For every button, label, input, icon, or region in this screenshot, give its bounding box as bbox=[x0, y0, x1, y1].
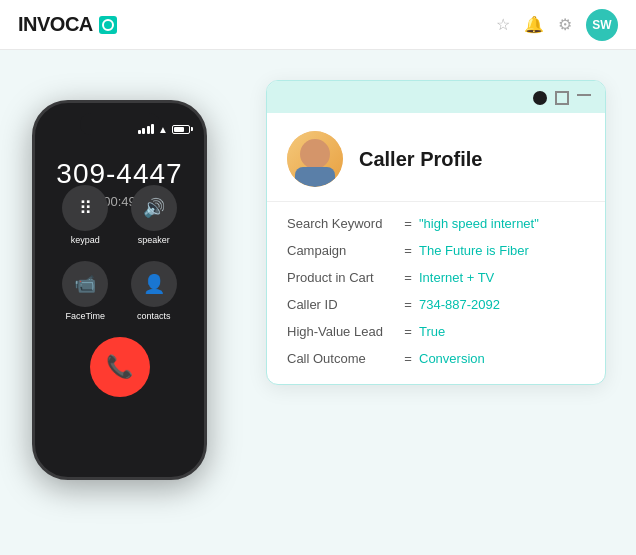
data-value: True bbox=[419, 324, 445, 339]
bell-icon[interactable]: 🔔 bbox=[524, 15, 544, 34]
data-label: Product in Cart bbox=[287, 270, 397, 285]
invoca-logo: INVOCA bbox=[18, 13, 117, 36]
phone-buttons-top: ⠿ keypad 🔊 speaker bbox=[51, 185, 188, 245]
contacts-btn-circle: 👤 bbox=[131, 261, 177, 307]
battery-fill bbox=[174, 127, 184, 132]
table-row: Caller ID=734-887-2092 bbox=[287, 297, 585, 312]
logo-text: INVOCA bbox=[18, 13, 93, 36]
equals-sign: = bbox=[397, 270, 419, 285]
avatar bbox=[287, 131, 343, 187]
window-maximize-btn[interactable] bbox=[555, 91, 569, 105]
data-label: High-Value Lead bbox=[287, 324, 397, 339]
card-header bbox=[267, 81, 605, 113]
data-value: The Future is Fiber bbox=[419, 243, 529, 258]
signal-bar-2 bbox=[142, 128, 145, 134]
phone-buttons-bottom: 📹 FaceTime 👤 contacts bbox=[51, 261, 188, 321]
main-content: ▲ 309-4447 00:49 ⠿ keypad 🔊 speaker bbox=[0, 50, 636, 555]
table-row: Product in Cart=Internet + TV bbox=[287, 270, 585, 285]
table-row: High-Value Lead=True bbox=[287, 324, 585, 339]
equals-sign: = bbox=[397, 216, 419, 231]
data-label: Campaign bbox=[287, 243, 397, 258]
battery-icon bbox=[172, 125, 190, 134]
keypad-label: keypad bbox=[71, 235, 100, 245]
keypad-btn[interactable]: ⠿ keypad bbox=[62, 185, 108, 245]
contacts-label: contacts bbox=[137, 311, 171, 321]
star-icon[interactable]: ☆ bbox=[496, 15, 510, 34]
wifi-icon: ▲ bbox=[158, 124, 168, 135]
signal-bar-1 bbox=[138, 130, 141, 134]
data-value: Internet + TV bbox=[419, 270, 494, 285]
phone-actions: ⠿ keypad 🔊 speaker 📹 FaceTime 👤 contacts bbox=[35, 185, 204, 397]
top-nav: INVOCA ☆ 🔔 ⚙ SW bbox=[0, 0, 636, 50]
signal-bar-4 bbox=[151, 124, 154, 134]
facetime-btn-circle: 📹 bbox=[62, 261, 108, 307]
avatar-body bbox=[295, 167, 335, 187]
caller-profile-card: Caller Profile Search Keyword="high spee… bbox=[266, 80, 606, 385]
facetime-btn[interactable]: 📹 FaceTime bbox=[62, 261, 108, 321]
end-call-circle: 📞 bbox=[90, 337, 150, 397]
status-bar: ▲ bbox=[35, 117, 204, 141]
user-avatar[interactable]: SW bbox=[586, 9, 618, 41]
avatar-img bbox=[287, 131, 343, 187]
signal-bar-3 bbox=[147, 126, 150, 134]
profile-title: Caller Profile bbox=[359, 148, 482, 171]
settings-icon[interactable]: ⚙ bbox=[558, 15, 572, 34]
data-value: "high speed internet" bbox=[419, 216, 539, 231]
speaker-btn[interactable]: 🔊 speaker bbox=[131, 185, 177, 245]
window-close-btn[interactable] bbox=[533, 91, 547, 105]
logo-icon bbox=[99, 16, 117, 34]
data-label: Search Keyword bbox=[287, 216, 397, 231]
equals-sign: = bbox=[397, 297, 419, 312]
avatar-head bbox=[300, 139, 330, 169]
keypad-btn-circle: ⠿ bbox=[62, 185, 108, 231]
data-value: Conversion bbox=[419, 351, 485, 366]
window-minimize-btn[interactable] bbox=[577, 94, 591, 96]
data-label: Caller ID bbox=[287, 297, 397, 312]
phone-mockup: ▲ 309-4447 00:49 ⠿ keypad 🔊 speaker bbox=[32, 100, 207, 480]
contacts-btn[interactable]: 👤 contacts bbox=[131, 261, 177, 321]
equals-sign: = bbox=[397, 351, 419, 366]
profile-header: Caller Profile bbox=[267, 113, 605, 202]
facetime-label: FaceTime bbox=[65, 311, 105, 321]
status-icons: ▲ bbox=[138, 124, 190, 135]
speaker-label: speaker bbox=[138, 235, 170, 245]
end-call-btn[interactable]: 📞 bbox=[51, 337, 188, 397]
data-table: Search Keyword="high speed internet"Camp… bbox=[267, 202, 605, 384]
table-row: Campaign=The Future is Fiber bbox=[287, 243, 585, 258]
data-value: 734-887-2092 bbox=[419, 297, 500, 312]
table-row: Search Keyword="high speed internet" bbox=[287, 216, 585, 231]
equals-sign: = bbox=[397, 324, 419, 339]
nav-icons: ☆ 🔔 ⚙ SW bbox=[496, 9, 618, 41]
data-label: Call Outcome bbox=[287, 351, 397, 366]
signal-bars bbox=[138, 124, 155, 134]
speaker-btn-circle: 🔊 bbox=[131, 185, 177, 231]
table-row: Call Outcome=Conversion bbox=[287, 351, 585, 366]
equals-sign: = bbox=[397, 243, 419, 258]
